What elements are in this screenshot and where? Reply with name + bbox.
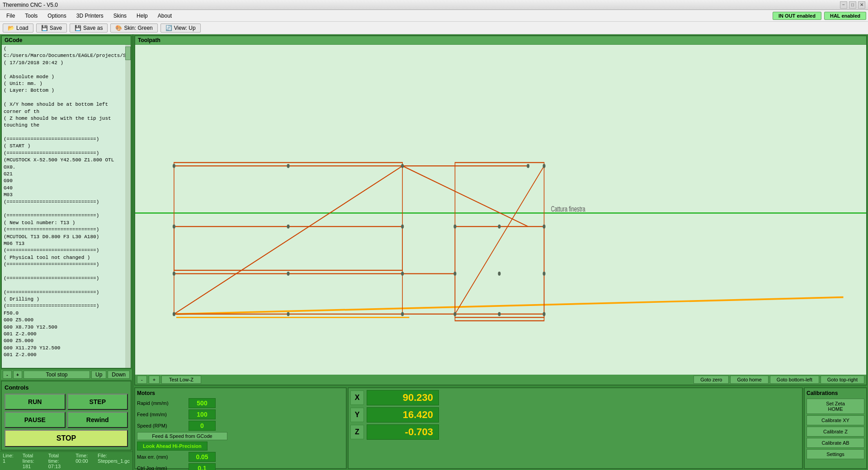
calibrate-xy-button[interactable]: Calibrate XY [807, 415, 864, 425]
scroll-controls-row: - + Tool stop Up Down [1, 370, 132, 380]
maximize-button[interactable]: □ [849, 1, 856, 9]
controls-header: Controls [5, 384, 128, 391]
titlebar: Theremino CNC - V5.0 − □ ✕ [0, 0, 868, 10]
calibrate-ab-button[interactable]: Calibrate AB [807, 438, 864, 448]
gcode-line: (==============================) [4, 261, 123, 268]
rewind-button[interactable]: Rewind [67, 412, 128, 428]
time-status: Time: 00:00 [75, 453, 89, 469]
menu-tools[interactable]: Tools [20, 11, 42, 20]
menu-about[interactable]: About [153, 11, 176, 20]
run-button[interactable]: RUN [5, 394, 66, 410]
view-button[interactable]: 🔄 View: Up [160, 24, 201, 33]
gcode-line: (==============================) [4, 226, 123, 233]
goto-bottomleft-button[interactable]: Goto bottom-left [770, 376, 819, 384]
svg-point-28 [542, 312, 545, 316]
max-err-value: 0.05 [189, 452, 216, 462]
tool-stop-button[interactable]: Tool stop [24, 371, 90, 379]
ctrl-jog-label: Ctrl Jog (mm) [137, 465, 187, 470]
goto-zero-button[interactable]: Goto zero [693, 376, 729, 384]
gcode-line: (==============================) [4, 212, 123, 219]
menu-options[interactable]: Options [43, 11, 71, 20]
lookahead-button[interactable]: Look Ahead Hi-Precision [137, 442, 208, 451]
svg-point-22 [401, 272, 404, 276]
step-button[interactable]: STEP [67, 394, 128, 410]
toolpath-minus-button[interactable]: - [137, 376, 147, 384]
menu-3dprinters[interactable]: 3D Printers [72, 11, 108, 20]
saveas-button[interactable]: 💾 Save as [70, 24, 108, 33]
gcode-line: (==============================) [4, 247, 123, 254]
view-icon: 🔄 [165, 25, 172, 31]
down-button[interactable]: Down [108, 371, 130, 379]
gcode-line: (MCUSTOCK X-52.500 Y42.500 Z1.800 OTL OX… [4, 157, 123, 171]
minimize-button[interactable]: − [840, 1, 847, 9]
x-value: 90.230 [367, 390, 439, 405]
save-icon: 💾 [41, 25, 48, 31]
saveas-icon: 💾 [75, 25, 81, 31]
scroll-minus-button[interactable]: - [3, 371, 12, 379]
controls-panel: Controls RUN STEP PAUSE Rewind STOP [1, 381, 132, 451]
set-zeta-home-button[interactable]: Set ZetaHOME [807, 399, 864, 414]
gcode-line: (==============================) [4, 275, 123, 282]
skin-icon: 🎨 [115, 25, 122, 31]
calibrate-z-button[interactable]: Calibrate Z [807, 427, 864, 437]
speed-value: 0 [189, 421, 216, 431]
save-button[interactable]: 💾 Save [36, 24, 67, 33]
close-button[interactable]: ✕ [858, 1, 865, 9]
motors-header: Motors [137, 390, 344, 396]
gcode-line: (==============================) [4, 136, 123, 143]
calibrations-header: Calibrations [807, 390, 864, 396]
svg-point-15 [527, 164, 529, 168]
skin-button[interactable]: 🎨 Skin: Green [110, 24, 157, 33]
gcode-line: F50.0 [4, 310, 123, 317]
gcode-line: ( Absolute mode ) [4, 74, 123, 80]
hal-enabled-button[interactable]: HAL enabled [824, 12, 866, 20]
svg-point-29 [287, 164, 290, 168]
toolpath-svg: Cattura finestra [135, 45, 866, 375]
settings-button[interactable]: Settings [807, 449, 864, 459]
pause-button[interactable]: PAUSE [5, 412, 66, 428]
test-lowz-button[interactable]: Test Low-Z [161, 376, 201, 384]
gcode-content[interactable]: ( C:/Users/Marco/Documents/EAGLE/project… [2, 45, 125, 368]
toolpath-plus-button[interactable]: + [149, 376, 160, 384]
feed-speed-gcode-button[interactable]: Feed & Speed from GCode [137, 432, 227, 440]
pause-rewind-row: PAUSE Rewind [5, 412, 128, 428]
gcode-line [4, 66, 123, 73]
rapid-row: Rapid (mm/m) 500 [137, 398, 344, 408]
left-panel: GCode ( C:/Users/Marco/Documents/EAGLE/p… [0, 34, 133, 470]
stop-button[interactable]: STOP [5, 430, 128, 447]
goto-topright-button[interactable]: Goto top-right [821, 376, 864, 384]
menu-help[interactable]: Help [132, 11, 152, 20]
lookahead-row: Look Ahead Hi-Precision [137, 442, 344, 451]
scroll-plus-button[interactable]: + [13, 371, 22, 379]
gcode-line: ( Drilling ) [4, 296, 123, 303]
coords-panel: X 90.230 Y 16.420 Z -0.703 [348, 387, 803, 469]
toolbar: 📂 Load 💾 Save 💾 Save as 🎨 Skin: Green 🔄 … [0, 22, 868, 34]
titlebar-controls: − □ ✕ [840, 1, 865, 9]
rapid-label: Rapid (mm/m) [137, 400, 187, 406]
svg-point-26 [401, 312, 404, 316]
toolpath-nav-group: Goto zero Goto home Goto bottom-left Got… [693, 376, 864, 384]
y-coord-row: Y 16.420 [350, 407, 800, 423]
svg-point-16 [542, 164, 545, 168]
menu-file[interactable]: File [2, 11, 19, 20]
toolpath-canvas[interactable]: Cattura finestra [135, 45, 866, 375]
status-bar: Line: 1 Total lines: 181 Total time: 07:… [0, 451, 132, 470]
load-button[interactable]: 📂 Load [3, 24, 33, 33]
gcode-line: ( C:/Users/Marco/Documents/EAGLE/project… [4, 46, 123, 60]
gcode-line: (==============================) [4, 150, 123, 157]
gcode-line: ( Unit: mm. ) [4, 80, 123, 87]
goto-home-button[interactable]: Goto home [730, 376, 768, 384]
svg-point-18 [401, 225, 404, 229]
gcode-header: GCode [2, 36, 131, 45]
gcode-line: ( START ) [4, 143, 123, 150]
gcode-line: G01 Z-2.000 [4, 331, 123, 338]
inout-enabled-button[interactable]: IN OUT enabled [773, 12, 821, 20]
menu-skins[interactable]: Skins [109, 11, 131, 20]
svg-point-13 [173, 164, 175, 168]
svg-point-27 [453, 312, 456, 316]
gcode-scrollbar[interactable] [125, 45, 131, 368]
toolbar-right: IN OUT enabled HAL enabled [773, 12, 866, 20]
feed-label: Feed (mm/m) [137, 412, 187, 417]
y-value: 16.420 [367, 407, 439, 423]
up-button[interactable]: Up [91, 371, 106, 379]
